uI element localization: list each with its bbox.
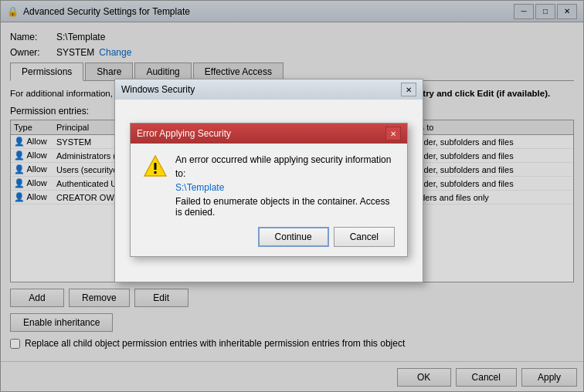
ws-close-button[interactable]: ✕: [401, 83, 416, 96]
error-cancel-button[interactable]: Cancel: [334, 227, 395, 247]
ws-title-bar: Windows Security ✕: [115, 79, 423, 100]
ws-content: Error Applying Security ✕: [115, 100, 423, 282]
error-title-text: Error Applying Security: [137, 128, 231, 139]
continue-button[interactable]: Continue: [258, 227, 329, 247]
error-close-button[interactable]: ✕: [385, 127, 401, 140]
error-content: An error occurred while applying securit…: [131, 144, 407, 256]
error-path: S:\Template: [175, 182, 395, 193]
svg-rect-2: [154, 171, 157, 174]
error-message-block: An error occurred while applying securit…: [175, 153, 395, 218]
error-message: An error occurred while applying securit…: [175, 154, 391, 179]
dialog-overlay: Windows Security ✕ Error Applying Securi…: [0, 0, 584, 392]
warning-icon: [143, 153, 168, 218]
error-dialog: Error Applying Security ✕: [130, 123, 408, 257]
error-dialog-buttons: Continue Cancel: [143, 227, 395, 247]
error-title-bar: Error Applying Security ✕: [131, 123, 407, 144]
error-body: An error occurred while applying securit…: [143, 153, 395, 218]
error-detail: Failed to enumerate objects in the conta…: [175, 196, 395, 218]
ws-title-text: Windows Security: [121, 84, 195, 95]
svg-rect-1: [154, 163, 157, 170]
windows-security-dialog: Windows Security ✕ Error Applying Securi…: [114, 79, 423, 282]
